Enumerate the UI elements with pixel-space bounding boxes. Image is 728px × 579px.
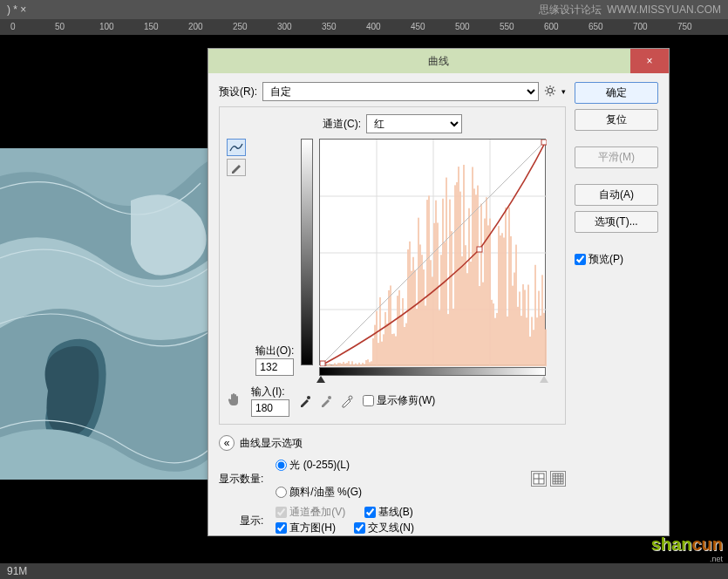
svg-rect-21 — [329, 364, 330, 366]
svg-rect-122 — [505, 208, 507, 366]
svg-rect-77 — [426, 200, 428, 366]
status-bar: 91M — [0, 563, 728, 579]
output-label: 输出(O): — [255, 344, 295, 358]
document-canvas[interactable] — [0, 148, 209, 480]
svg-rect-82 — [435, 201, 437, 366]
curve-tool-button[interactable] — [227, 139, 246, 156]
svg-point-1 — [548, 88, 552, 92]
svg-rect-59 — [395, 337, 397, 366]
svg-rect-20 — [327, 364, 329, 366]
close-button[interactable]: × — [630, 49, 669, 73]
svg-rect-145 — [545, 330, 547, 366]
svg-rect-94 — [456, 182, 458, 366]
svg-rect-114 — [491, 300, 493, 366]
grid-simple-button[interactable] — [531, 471, 547, 487]
gradient-vertical — [301, 139, 313, 365]
show-amount-label: 显示数量: — [219, 472, 263, 487]
svg-rect-45 — [371, 361, 372, 366]
svg-rect-78 — [428, 195, 430, 366]
preview-checkbox[interactable]: 预览(P) — [575, 252, 658, 267]
cancel-button[interactable]: 复位 — [575, 109, 658, 131]
svg-line-9 — [553, 86, 554, 87]
svg-rect-31 — [346, 363, 348, 366]
pigment-radio[interactable]: 颜料/油墨 %(G) — [276, 485, 519, 500]
hand-icon[interactable] — [227, 392, 242, 410]
svg-rect-105 — [475, 194, 477, 366]
svg-rect-132 — [522, 284, 524, 366]
svg-rect-61 — [398, 290, 400, 366]
svg-rect-91 — [451, 231, 452, 366]
svg-rect-43 — [367, 359, 369, 366]
intersection-checkbox[interactable]: 交叉线(N) — [354, 521, 414, 535]
svg-rect-66 — [407, 249, 409, 366]
output-field[interactable] — [255, 358, 294, 376]
document-tab[interactable]: ) * × — [7, 3, 26, 16]
light-radio[interactable]: 光 (0-255)(L) — [276, 458, 519, 473]
svg-rect-39 — [360, 364, 362, 366]
svg-rect-119 — [500, 235, 501, 366]
svg-rect-38 — [358, 363, 360, 366]
eyedropper-black-icon[interactable] — [298, 394, 312, 408]
svg-rect-128 — [515, 245, 517, 366]
grid-simple-icon — [533, 473, 545, 485]
svg-rect-64 — [404, 327, 405, 366]
svg-rect-22 — [330, 364, 332, 366]
channel-overlay-checkbox[interactable]: 通道叠加(V) — [276, 505, 345, 520]
auto-button[interactable]: 自动(A) — [575, 184, 658, 206]
gradient-horizontal[interactable] — [319, 367, 546, 376]
svg-rect-84 — [439, 310, 440, 366]
svg-point-152 — [349, 396, 352, 399]
channel-select[interactable]: 红 — [366, 114, 462, 133]
baseline-checkbox[interactable]: 基线(B) — [364, 505, 413, 520]
svg-rect-109 — [482, 283, 484, 366]
svg-rect-40 — [362, 363, 364, 366]
svg-rect-113 — [489, 219, 491, 366]
options-button[interactable]: 选项(T)... — [575, 211, 658, 233]
gear-menu-icon[interactable]: ▾ — [561, 87, 566, 96]
svg-rect-81 — [433, 223, 435, 366]
svg-rect-140 — [536, 317, 538, 366]
preset-select[interactable]: 自定 — [262, 82, 539, 101]
pencil-tool-button[interactable] — [227, 159, 246, 176]
svg-rect-25 — [336, 364, 337, 366]
svg-rect-148 — [477, 247, 482, 252]
black-point-slider[interactable] — [316, 376, 325, 383]
svg-rect-44 — [369, 362, 371, 366]
input-field[interactable] — [251, 399, 289, 417]
svg-rect-133 — [524, 290, 526, 366]
show-clipping-checkbox[interactable]: 显示修剪(W) — [363, 393, 435, 408]
svg-rect-67 — [409, 242, 411, 366]
svg-rect-120 — [501, 233, 503, 366]
svg-rect-102 — [470, 262, 472, 366]
svg-rect-52 — [383, 334, 384, 366]
eyedropper-white-icon[interactable] — [340, 394, 354, 408]
svg-rect-103 — [472, 167, 473, 366]
smooth-button: 平滑(M) — [575, 146, 658, 168]
white-point-slider[interactable] — [540, 376, 548, 383]
status-memory: 91M — [7, 565, 27, 577]
svg-rect-54 — [386, 324, 388, 366]
svg-rect-97 — [461, 256, 463, 366]
svg-rect-83 — [437, 222, 439, 366]
svg-rect-49 — [378, 343, 379, 366]
channel-label: 通道(C): — [323, 117, 361, 132]
svg-rect-88 — [446, 178, 447, 366]
eyedropper-gray-icon[interactable] — [319, 394, 333, 408]
svg-rect-89 — [447, 314, 449, 366]
svg-rect-60 — [397, 296, 398, 366]
svg-rect-53 — [384, 312, 386, 366]
svg-rect-85 — [440, 255, 442, 366]
curves-dialog: 曲线 × 预设(R): 自定 ▾ 通道(C): 红 — [208, 48, 670, 536]
forum-label: 思缘设计论坛 WWW.MISSYUAN.COM — [539, 3, 721, 17]
dialog-titlebar[interactable]: 曲线 × — [208, 49, 669, 73]
svg-rect-71 — [416, 309, 418, 366]
ok-button[interactable]: 确定 — [575, 82, 658, 104]
svg-rect-70 — [414, 270, 416, 366]
histogram-checkbox[interactable]: 直方图(H) — [276, 521, 336, 535]
svg-rect-36 — [355, 364, 357, 366]
curve-canvas[interactable] — [319, 139, 546, 365]
collapse-button[interactable]: « — [219, 435, 235, 451]
gear-icon[interactable] — [544, 85, 556, 99]
svg-rect-23 — [332, 364, 334, 366]
grid-detailed-button[interactable] — [550, 471, 566, 487]
